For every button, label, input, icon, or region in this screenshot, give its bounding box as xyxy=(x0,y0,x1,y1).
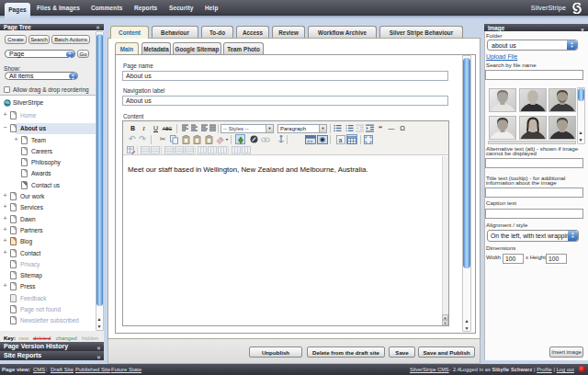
svg-text:<>: <> xyxy=(307,138,312,143)
svg-text:a: a xyxy=(338,136,342,142)
